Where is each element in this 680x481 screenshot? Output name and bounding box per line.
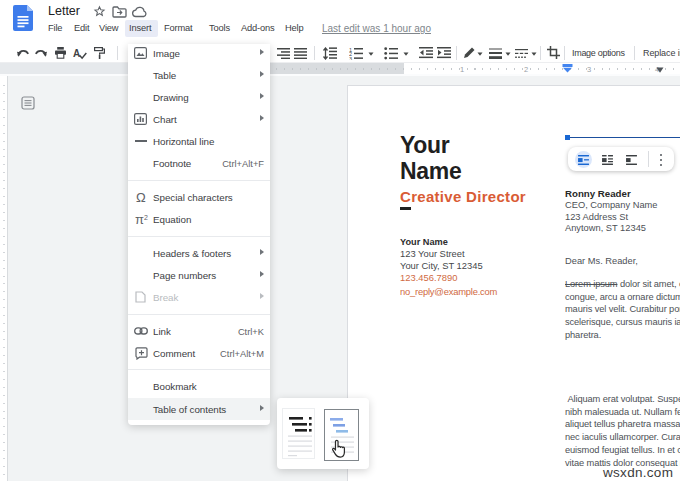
svg-text:A: A	[73, 48, 80, 59]
svg-text:3: 3	[349, 56, 352, 61]
